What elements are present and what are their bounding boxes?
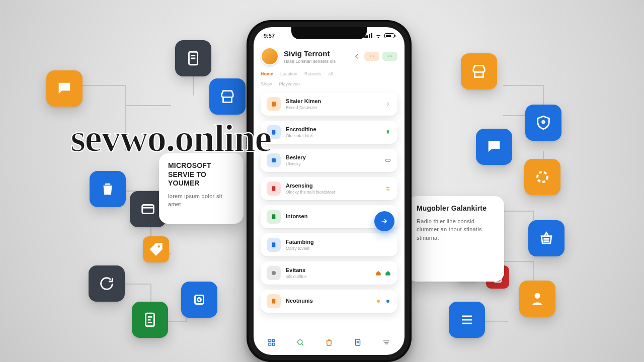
tile-orange-user[interactable] [519,281,555,317]
tile-blue-shield[interactable] [525,105,561,141]
svg-point-2 [157,245,160,248]
trash-icon [99,180,116,198]
svg-rect-4 [195,296,204,304]
chip-orange[interactable]: ⋯ [364,52,379,61]
bottom-nav [254,329,405,355]
header-actions: ⋯ ⋯ [353,52,397,61]
swap-icon [384,185,391,192]
item-icon [267,182,281,196]
badge-icon [384,298,391,305]
grid-icon [267,338,276,347]
nav-orders[interactable] [321,335,337,350]
tile-orange-store-r[interactable] [461,53,497,89]
receipt-icon [141,311,158,328]
item-title: Fatambing [286,239,386,245]
bag-icon [325,338,334,347]
tile-slate-refresh[interactable] [89,265,125,302]
svg-rect-1 [142,205,154,214]
tile-blue-basket[interactable] [528,220,565,256]
list-item[interactable]: FatambingMarry toveet [261,233,397,256]
tile-green-receipt[interactable] [132,302,168,338]
item-sub: silk dultltus [286,274,370,279]
tile-orange-ring[interactable] [524,159,560,195]
svg-point-7 [537,172,547,182]
item-title: Neotnunis [286,298,370,304]
svg-rect-14 [385,159,390,162]
subtab[interactable]: Playvoven [279,81,300,86]
secondary-tabs: Show Playvoven [261,81,397,86]
tile-orange-chat[interactable] [46,70,83,107]
item-sub: Old kintat blok [286,133,379,138]
fab-button[interactable] [374,211,394,231]
svg-rect-15 [272,186,276,191]
chat-bubble-icon [56,80,73,97]
card-title: Mugobler Galankirte [417,204,495,213]
battery-icon [384,33,394,38]
tile-blue-list[interactable] [449,302,485,338]
storefront-icon [470,63,488,80]
item-sub: Resed Disdecter [286,105,379,110]
svg-rect-23 [273,339,275,342]
svg-rect-19 [272,299,276,303]
user-beard-icon [529,290,546,307]
item-title: Beslery [286,154,379,160]
svg-rect-25 [273,343,275,345]
avatar[interactable] [261,47,279,65]
list-item[interactable]: Sitaier KimenResed Disdecter [261,93,397,116]
share-icon[interactable] [353,52,361,60]
card-body: lorem ipsum dolor sit amet [168,192,234,209]
nav-more[interactable] [379,335,394,350]
item-icon [267,210,281,224]
tile-blue-box[interactable] [181,282,217,318]
item-title: Sitaier Kimen [286,98,379,104]
list-item[interactable]: ArsensingOldcky ths nalit biordsroer [261,177,397,200]
svg-point-20 [377,300,380,303]
ring-icon [534,168,551,186]
card-body: Radio thier line consid clummer an thout… [417,217,495,242]
chat-icon [486,138,503,155]
tab[interactable]: Location [280,71,297,76]
phone-frame: 9:57 Sivig Terront Hase Lonstan sensets … [247,20,412,362]
svg-point-18 [272,271,276,275]
tab[interactable]: Recents [304,71,321,76]
tag-icon [147,241,165,258]
item-title: Evitans [286,267,370,273]
chip-green[interactable]: ⋯ [382,52,397,61]
phone-screen: 9:57 Sivig Terront Hase Lonstan sensets … [254,27,405,355]
tab[interactable]: Home [261,71,273,76]
item-sub: Oldcky ths nalit biordsroer [286,190,379,195]
list-item[interactable]: EncroditineOld kintat blok [261,121,397,144]
list-item[interactable]: BesleryUlimsky [261,149,397,172]
card-icon [139,201,156,218]
wifi-icon [375,33,382,38]
svg-rect-24 [269,343,271,345]
list-item[interactable]: Neotnunis [261,290,397,313]
chevron-right-icon [384,101,391,108]
nav-home[interactable] [264,335,279,350]
svg-rect-12 [272,130,276,134]
tab[interactable]: All [328,71,333,76]
list-lines-icon [458,311,475,328]
stack-icon [382,338,391,347]
tile-orange-tag[interactable] [143,236,169,262]
tile-blue-store[interactable] [209,78,246,115]
leaf-icon [384,129,391,136]
item-list: Sitaier KimenResed Disdecter Encroditine… [261,93,397,313]
tile-blue-trash[interactable] [90,171,126,207]
nav-docs[interactable] [350,335,365,350]
subtab[interactable]: Show [261,81,272,86]
watermark-text: sevwo.online [70,116,271,161]
list-item[interactable]: Intorsen [261,205,397,228]
item-sub: Ulimsky [286,161,379,166]
app-subtitle: Hase Lonstan sensets ols [284,59,348,64]
info-card-right: Mugobler Galankirte Radio thier line con… [408,196,504,282]
item-title: Arsensing [286,183,379,189]
svg-rect-13 [272,158,276,162]
item-icon [267,266,281,280]
tile-blue-chat[interactable] [476,129,512,165]
list-item[interactable]: Evitanssilk dultltus [261,261,397,285]
svg-point-5 [197,298,201,301]
nav-search[interactable] [293,335,308,350]
tile-slate-invoice[interactable] [175,40,211,76]
box-icon [191,291,208,308]
